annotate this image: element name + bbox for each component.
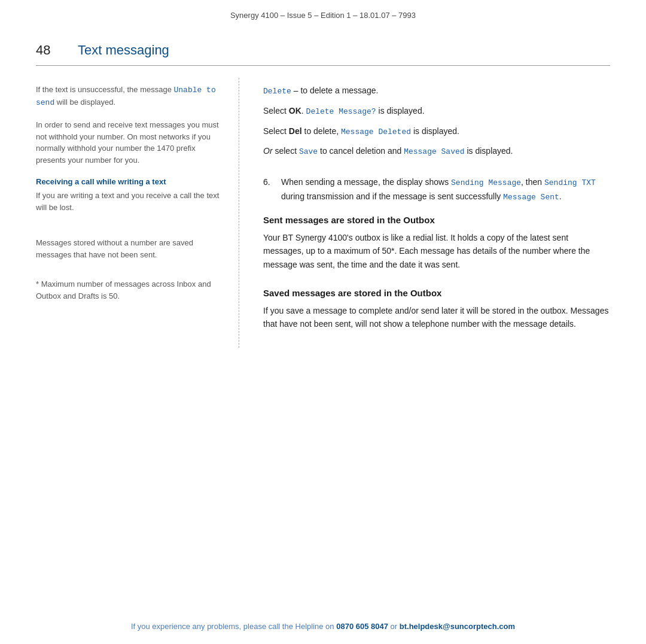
chapter-number: 48 (36, 42, 60, 58)
select-del-line: Select Del to delete, Message Deleted is… (263, 124, 610, 139)
sending-txt-mono: Sending TXT (544, 178, 596, 187)
delete-mono: Delete (263, 87, 291, 96)
left-note-2: In order to send and receive text messag… (36, 119, 221, 166)
message-saved-mono: Message Saved (404, 147, 464, 156)
message-deleted-mono: Message Deleted (341, 127, 411, 136)
select-ok-line: Select OK. Delete Message? is displayed. (263, 104, 610, 119)
item-6: 6. When sending a message, the display s… (263, 175, 610, 204)
item-6-text: When sending a message, the display show… (281, 175, 610, 204)
left-note-asterisk: * Maximum number of messages across Inbo… (36, 278, 221, 302)
or-select-save-line: Or select Save to cancel deletion and Me… (263, 144, 610, 159)
sent-messages-heading: Sent messages are stored in the Outbox (263, 215, 610, 225)
left-note-1: If the text is unsuccessful, the message… (36, 84, 221, 108)
item-6-number: 6. (263, 175, 276, 204)
content-area: 48 Text messaging If the text is unsucce… (0, 26, 646, 348)
sent-messages-body: Your BT Synergy 4100's outbox is like a … (263, 231, 610, 271)
left-note-3-heading: Receiving a call while writing a text (36, 177, 221, 187)
chapter-title: Text messaging (78, 42, 169, 58)
two-column-layout: If the text is unsuccessful, the message… (36, 78, 610, 348)
footer-phone: 0870 605 8047 (336, 622, 388, 631)
delete-section: Delete – to delete a message. Select OK.… (263, 84, 610, 159)
footer-email: bt.helpdesk@suncorptech.com (400, 622, 515, 631)
chapter-header: 48 Text messaging (36, 26, 610, 66)
page-header: Synergy 4100 – Issue 5 – Edition 1 – 18.… (0, 0, 646, 26)
saved-messages-body: If you save a message to complete and/or… (263, 304, 610, 331)
footer-text-mid: or (391, 622, 400, 631)
delete-message-mono: Delete Message? (306, 107, 376, 116)
page-footer: If you experience any problems, please c… (0, 622, 646, 631)
left-note-3: Receiving a call while writing a text If… (36, 177, 221, 213)
unable-to-send-mono: Unable to send (36, 86, 216, 107)
footer-text-before: If you experience any problems, please c… (131, 622, 336, 631)
header-text: Synergy 4100 – Issue 5 – Edition 1 – 18.… (230, 11, 416, 20)
message-sent-mono: Message Sent (503, 193, 559, 202)
left-note-3-body: If you are writing a text and you receiv… (36, 191, 219, 212)
delete-line: Delete – to delete a message. (263, 84, 610, 98)
right-column: Delete – to delete a message. Select OK.… (239, 78, 610, 348)
sent-messages-section: Sent messages are stored in the Outbox Y… (263, 215, 610, 271)
saved-messages-section: Saved messages are stored in the Outbox … (263, 288, 610, 331)
save-mono: Save (299, 147, 318, 156)
left-note-4: Messages stored without a number are sav… (36, 237, 221, 260)
saved-messages-heading: Saved messages are stored in the Outbox (263, 288, 610, 298)
left-column: If the text is unsuccessful, the message… (36, 78, 239, 348)
sending-message-mono: Sending Message (451, 178, 521, 187)
